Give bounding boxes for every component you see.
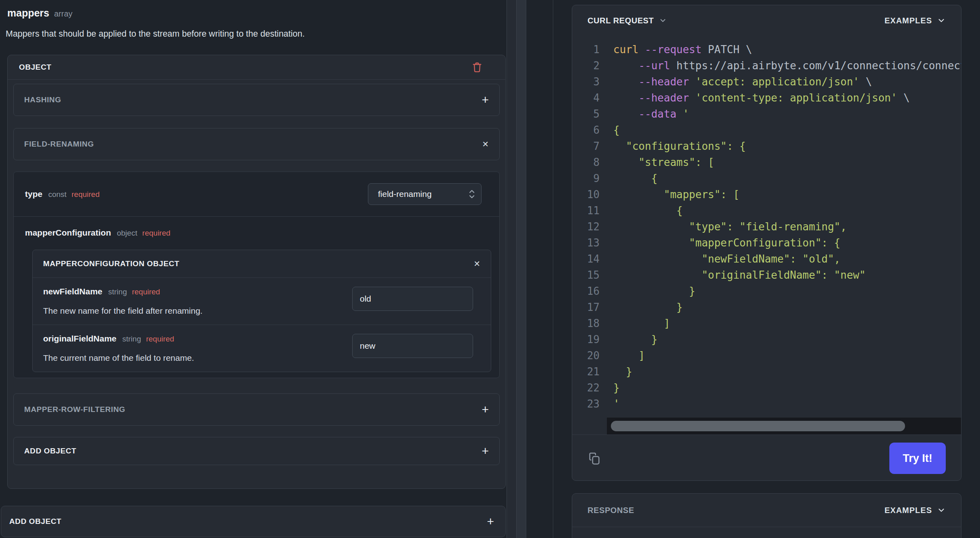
- curl-request-header: CURL REQUEST EXAMPLES: [572, 5, 961, 36]
- add-object-button-outer[interactable]: ADD OBJECT +: [1, 506, 506, 537]
- code-line: 7 "configurations": {: [572, 138, 961, 154]
- field-renaming-body: type const required field-renaming mapp: [13, 172, 500, 378]
- curl-request-title-dropdown[interactable]: CURL REQUEST: [588, 16, 667, 25]
- object-panel-actions: [471, 61, 494, 73]
- plus-icon[interactable]: +: [487, 515, 494, 528]
- type-select[interactable]: field-renaming: [368, 183, 482, 205]
- response-examples-dropdown[interactable]: EXAMPLES: [884, 506, 946, 515]
- try-it-button[interactable]: Try It!: [889, 443, 946, 474]
- original-field-name-description: The current name of the field to rename.: [43, 353, 194, 363]
- close-icon[interactable]: ✕: [482, 140, 489, 148]
- section-field-renaming-label: FIELD-RENAMING: [24, 140, 94, 149]
- add-object-outer-label: ADD OBJECT: [9, 517, 62, 526]
- curl-request-title: CURL REQUEST: [588, 16, 654, 25]
- code-line: 1curl --request PATCH \: [572, 41, 961, 58]
- curl-code-block: 1curl --request PATCH \2 --url https://a…: [572, 36, 961, 418]
- mapper-configuration-required: required: [142, 229, 170, 237]
- original-field-name-input[interactable]: [352, 334, 473, 358]
- type-field-label: type const required: [25, 189, 100, 199]
- code-line: 9 {: [572, 170, 961, 186]
- property-description: Mappers that should be applied to the st…: [6, 29, 305, 39]
- copy-icon[interactable]: [588, 451, 601, 466]
- code-line: 22}: [572, 380, 961, 396]
- section-hashing-label: HASHING: [24, 95, 61, 104]
- chevron-down-icon: [659, 17, 667, 25]
- column-divider: [553, 0, 553, 538]
- add-object-button-inner[interactable]: ADD OBJECT +: [13, 437, 500, 465]
- new-field-name-kind: string: [108, 288, 127, 296]
- code-line: 6{: [572, 122, 961, 138]
- close-icon[interactable]: ✕: [473, 260, 480, 268]
- mapper-configuration-panel-header: MAPPERCONFIGURATION OBJECT ✕: [33, 250, 491, 278]
- code-line: 13 "mapperConfiguration": {: [572, 235, 961, 251]
- section-field-renaming[interactable]: FIELD-RENAMING ✕: [13, 128, 500, 160]
- plus-icon[interactable]: +: [482, 445, 489, 457]
- type-field-row: type const required field-renaming: [14, 172, 499, 216]
- mapper-configuration-label: mapperConfiguration object required: [25, 230, 170, 237]
- mapper-configuration-panel-title: MAPPERCONFIGURATION OBJECT: [43, 259, 179, 268]
- response-header: RESPONSE EXAMPLES: [572, 494, 961, 527]
- section-mapper-row-filtering[interactable]: MAPPER-ROW-FILTERING +: [13, 393, 500, 426]
- chevron-down-icon: [937, 506, 946, 515]
- code-line: 16 }: [572, 283, 961, 299]
- code-line: 20 ]: [572, 348, 961, 364]
- original-field-name: originalFieldName: [43, 334, 116, 343]
- request-examples-dropdown[interactable]: EXAMPLES: [884, 16, 946, 25]
- property-type-tag: array: [54, 9, 73, 19]
- property-name: mappers: [7, 7, 49, 19]
- type-field-required: required: [72, 190, 100, 199]
- section-mapper-row-filtering-label: MAPPER-ROW-FILTERING: [24, 405, 125, 414]
- code-line: 2 --url https://api.airbyte.com/v1/conne…: [572, 58, 961, 74]
- object-panel: OBJECT HASHING + FIELD-RENAMING ✕ type: [7, 55, 506, 489]
- curl-request-panel: CURL REQUEST EXAMPLES 1curl --request PA…: [572, 5, 961, 481]
- new-field-name: newFieldName: [43, 287, 102, 296]
- section-hashing[interactable]: HASHING +: [13, 84, 500, 116]
- original-field-name-row: originalFieldName string required The cu…: [33, 325, 491, 372]
- code-line: 14 "newFieldName": "old",: [572, 251, 961, 267]
- code-line: 19 }: [572, 331, 961, 348]
- code-line: 23': [572, 396, 961, 412]
- new-field-name-description: The new name for the field after renamin…: [43, 306, 203, 316]
- code-line: 10 "mappers": [: [572, 186, 961, 203]
- curl-request-footer: Try It!: [572, 435, 961, 481]
- code-line: 11 {: [572, 203, 961, 219]
- code-line: 17 }: [572, 299, 961, 315]
- code-lines: 1curl --request PATCH \2 --url https://a…: [572, 41, 961, 412]
- add-object-inner-label: ADD OBJECT: [24, 447, 77, 455]
- object-panel-title: OBJECT: [19, 63, 52, 72]
- trash-icon[interactable]: [471, 61, 483, 73]
- original-field-name-kind: string: [122, 335, 141, 343]
- plus-icon[interactable]: +: [482, 404, 489, 416]
- chevron-down-icon: [937, 16, 946, 25]
- code-line: 15 "originalFieldName": "new": [572, 267, 961, 283]
- new-field-name-label: newFieldName string required: [43, 287, 203, 296]
- code-horizontal-scrollbar[interactable]: [607, 418, 961, 435]
- mapper-configuration-name: mapperConfiguration: [25, 228, 111, 237]
- left-column-scrollbar[interactable]: [507, 0, 526, 538]
- original-field-name-label: originalFieldName string required: [43, 334, 194, 343]
- code-line: 5 --data ': [572, 106, 961, 122]
- code-line: 21 }: [572, 364, 961, 380]
- code-line: 8 "streams": [: [572, 154, 961, 170]
- mapper-configuration-kind: object: [117, 229, 137, 237]
- object-panel-header: OBJECT: [8, 55, 505, 80]
- original-field-name-info: originalFieldName string required The cu…: [43, 334, 194, 363]
- new-field-name-input[interactable]: [352, 287, 473, 311]
- type-select-value: field-renaming: [378, 189, 432, 199]
- code-line: 18 ]: [572, 315, 961, 331]
- new-field-name-info: newFieldName string required The new nam…: [43, 287, 203, 316]
- code-line: 4 --header 'content-type: application/js…: [572, 90, 961, 106]
- mapper-configuration-panel: MAPPERCONFIGURATION OBJECT ✕ newFieldNam…: [32, 250, 491, 372]
- new-field-name-required: required: [132, 288, 160, 296]
- code-line: 12 "type": "field-renaming",: [572, 219, 961, 235]
- plus-icon[interactable]: +: [482, 94, 489, 106]
- new-field-name-row: newFieldName string required The new nam…: [33, 278, 491, 325]
- code-horizontal-scrollbar-thumb[interactable]: [611, 421, 905, 431]
- response-title: RESPONSE: [588, 506, 634, 515]
- original-field-name-required: required: [146, 335, 174, 343]
- type-field-kind: const: [48, 190, 66, 199]
- type-field-name: type: [25, 189, 42, 199]
- left-column-scrollbar-thumb[interactable]: [516, 0, 526, 538]
- request-examples-label: EXAMPLES: [884, 16, 932, 25]
- property-title: mappers array: [7, 7, 73, 19]
